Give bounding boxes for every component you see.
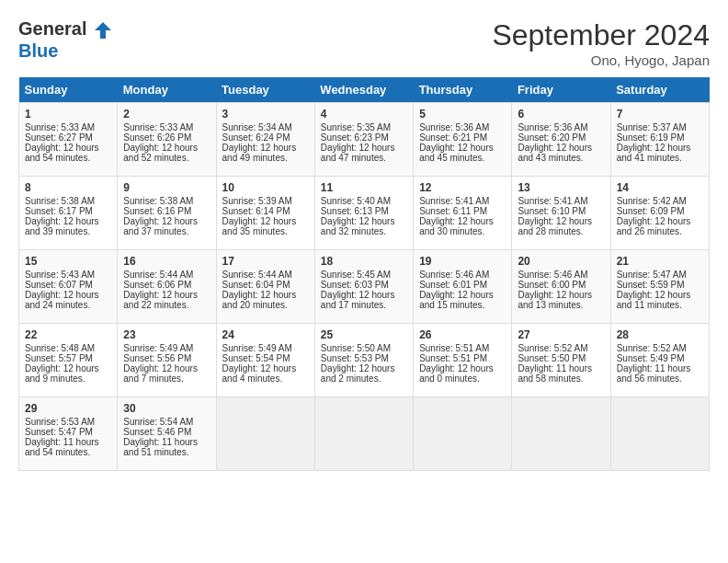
week-row-5: 29 Sunrise: 5:53 AM Sunset: 5:47 PM Dayl…	[19, 397, 710, 471]
calendar-table: Sunday Monday Tuesday Wednesday Thursday…	[18, 77, 710, 471]
cell-sep-21: 21 Sunrise: 5:47 AM Sunset: 5:59 PM Dayl…	[610, 250, 709, 324]
cell-empty-3	[414, 397, 512, 471]
page-header: General Blue September 2024 Ono, Hyogo, …	[18, 18, 710, 68]
cell-sep-4: 4 Sunrise: 5:35 AM Sunset: 6:23 PM Dayli…	[314, 103, 413, 177]
cell-sep-10: 10 Sunrise: 5:39 AM Sunset: 6:14 PM Dayl…	[216, 177, 314, 250]
cell-sep-7: 7 Sunrise: 5:37 AM Sunset: 6:19 PM Dayli…	[610, 103, 709, 177]
cell-sep-30: 30 Sunrise: 5:54 AM Sunset: 5:46 PM Dayl…	[118, 397, 216, 471]
week-row-1: 1 Sunrise: 5:33 AM Sunset: 6:27 PM Dayli…	[19, 103, 710, 177]
cell-sep-25: 25 Sunrise: 5:50 AM Sunset: 5:53 PM Dayl…	[314, 324, 413, 397]
logo-icon	[93, 20, 113, 40]
cell-sep-1: 1 Sunrise: 5:33 AM Sunset: 6:27 PM Dayli…	[19, 103, 118, 177]
cell-sep-19: 19 Sunrise: 5:46 AM Sunset: 6:01 PM Dayl…	[414, 250, 512, 324]
cell-sep-13: 13 Sunrise: 5:41 AM Sunset: 6:10 PM Dayl…	[512, 177, 610, 250]
month-title: September 2024	[492, 18, 710, 52]
cell-sep-26: 26 Sunrise: 5:51 AM Sunset: 5:51 PM Dayl…	[414, 324, 512, 397]
cell-sep-6: 6 Sunrise: 5:36 AM Sunset: 6:20 PM Dayli…	[512, 103, 610, 177]
days-header-row: Sunday Monday Tuesday Wednesday Thursday…	[19, 77, 710, 103]
cell-sep-23: 23 Sunrise: 5:49 AM Sunset: 5:56 PM Dayl…	[118, 324, 216, 397]
cell-sep-9: 9 Sunrise: 5:38 AM Sunset: 6:16 PM Dayli…	[118, 177, 216, 250]
cell-sep-18: 18 Sunrise: 5:45 AM Sunset: 6:03 PM Dayl…	[314, 250, 413, 324]
cell-sep-28: 28 Sunrise: 5:52 AM Sunset: 5:49 PM Dayl…	[610, 324, 709, 397]
cell-sep-24: 24 Sunrise: 5:49 AM Sunset: 5:54 PM Dayl…	[216, 324, 314, 397]
cell-sep-16: 16 Sunrise: 5:44 AM Sunset: 6:06 PM Dayl…	[118, 250, 216, 324]
cell-sep-3: 3 Sunrise: 5:34 AM Sunset: 6:24 PM Dayli…	[216, 103, 314, 177]
header-tuesday: Tuesday	[216, 77, 314, 103]
svg-marker-0	[95, 22, 111, 39]
cell-sep-8: 8 Sunrise: 5:38 AM Sunset: 6:17 PM Dayli…	[19, 177, 118, 250]
cell-empty-4	[512, 397, 610, 471]
cell-empty-1	[216, 397, 314, 471]
cell-sep-11: 11 Sunrise: 5:40 AM Sunset: 6:13 PM Dayl…	[314, 177, 413, 250]
header-thursday: Thursday	[414, 77, 512, 103]
cell-empty-5	[610, 397, 709, 471]
cell-sep-2: 2 Sunrise: 5:33 AM Sunset: 6:26 PM Dayli…	[118, 103, 216, 177]
cell-sep-17: 17 Sunrise: 5:44 AM Sunset: 6:04 PM Dayl…	[216, 250, 314, 324]
week-row-3: 15 Sunrise: 5:43 AM Sunset: 6:07 PM Dayl…	[19, 250, 710, 324]
header-monday: Monday	[118, 77, 216, 103]
cell-sep-5: 5 Sunrise: 5:36 AM Sunset: 6:21 PM Dayli…	[414, 103, 512, 177]
header-sunday: Sunday	[19, 77, 118, 103]
cell-sep-22: 22 Sunrise: 5:48 AM Sunset: 5:57 PM Dayl…	[19, 324, 118, 397]
logo-line2: Blue	[18, 40, 113, 61]
cell-sep-20: 20 Sunrise: 5:46 AM Sunset: 6:00 PM Dayl…	[512, 250, 610, 324]
cell-sep-29: 29 Sunrise: 5:53 AM Sunset: 5:47 PM Dayl…	[19, 397, 118, 471]
cell-sep-12: 12 Sunrise: 5:41 AM Sunset: 6:11 PM Dayl…	[414, 177, 512, 250]
logo-text: General	[18, 18, 113, 40]
week-row-4: 22 Sunrise: 5:48 AM Sunset: 5:57 PM Dayl…	[19, 324, 710, 397]
cell-empty-2	[314, 397, 413, 471]
week-row-2: 8 Sunrise: 5:38 AM Sunset: 6:17 PM Dayli…	[19, 177, 710, 250]
header-wednesday: Wednesday	[314, 77, 413, 103]
cell-sep-14: 14 Sunrise: 5:42 AM Sunset: 6:09 PM Dayl…	[610, 177, 709, 250]
location-subtitle: Ono, Hyogo, Japan	[492, 52, 710, 68]
cell-sep-15: 15 Sunrise: 5:43 AM Sunset: 6:07 PM Dayl…	[19, 250, 118, 324]
logo: General Blue	[18, 18, 113, 61]
cell-sep-27: 27 Sunrise: 5:52 AM Sunset: 5:50 PM Dayl…	[512, 324, 610, 397]
title-block: September 2024 Ono, Hyogo, Japan	[492, 18, 710, 68]
header-friday: Friday	[512, 77, 610, 103]
header-saturday: Saturday	[610, 77, 709, 103]
